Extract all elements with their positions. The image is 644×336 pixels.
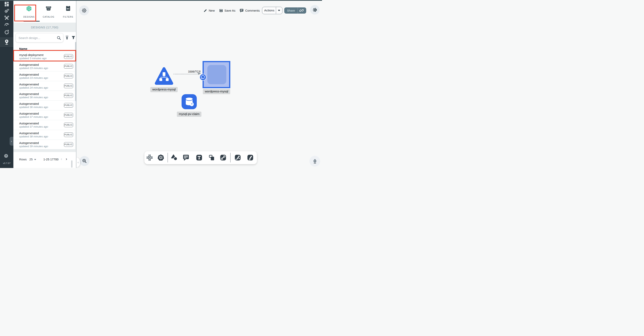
visibility-badge: PUBLIC — [64, 123, 73, 127]
copy-link-icon[interactable] — [300, 9, 304, 13]
next-page-button[interactable]: › — [66, 156, 67, 161]
panel-header: DESIGNS (17,700) — [14, 23, 76, 32]
design-row[interactable]: mysql-deploymentupdated 3 minutes agoPUB… — [14, 52, 75, 62]
comment-tool-icon[interactable] — [182, 154, 190, 161]
design-row[interactable]: Autogeneratedupdated 23 minutes agoPUBLI… — [14, 71, 75, 81]
actions-label: Actions — [262, 7, 276, 14]
note-tool-icon[interactable] — [208, 154, 215, 161]
chevron-left-icon: ‹ — [78, 160, 79, 164]
meshery-logo-icon — [26, 6, 32, 12]
save-as-button[interactable]: Save As — [224, 9, 235, 12]
sidebar-expand-handle[interactable]: › — [10, 137, 14, 146]
footer-scrollbar-thumb[interactable] — [71, 160, 72, 167]
pen-nib-icon — [312, 158, 318, 164]
rows-label: Rows — [19, 157, 27, 161]
gear-icon — [312, 8, 318, 13]
ink-pen-button[interactable] — [310, 156, 320, 166]
pen-tool-icon[interactable] — [234, 154, 241, 161]
design-row[interactable]: Autogeneratedupdated 24 minutes agoPUBLI… — [14, 81, 75, 91]
visibility-badge: PUBLIC — [64, 93, 73, 98]
text-tool-icon[interactable] — [196, 154, 203, 161]
share-label: Share — [284, 8, 298, 14]
pagination-range: 1-25 17700 — [43, 157, 58, 161]
design-list: mysql-deploymentupdated 3 minutes agoPUB… — [14, 52, 75, 149]
visibility-badge: PUBLIC — [64, 113, 73, 117]
component-chip-icon[interactable] — [146, 154, 153, 161]
visibility-badge: PUBLIC — [64, 64, 73, 69]
new-button[interactable]: New — [209, 9, 215, 12]
pvc-node-label[interactable]: mysql-pv-claim — [177, 112, 201, 117]
dashboard-icon[interactable] — [4, 2, 10, 7]
visibility-badge: PUBLIC — [64, 132, 73, 137]
chevron-right-icon: › — [11, 139, 12, 143]
deployment-node-label[interactable]: wordpress-mysql — [150, 87, 178, 92]
filter-icon[interactable] — [71, 35, 76, 40]
designs-drawer: DESIGNS CATALOG WA FILTERS DESIGNS (17,7… — [14, 1, 76, 168]
actions-button[interactable]: Actions — [262, 7, 282, 14]
service-node-inner — [207, 65, 226, 84]
kubernetes-icon[interactable] — [157, 154, 164, 161]
relationship-link-icon[interactable] — [220, 154, 227, 161]
deployment-node[interactable] — [154, 67, 174, 85]
footer-divider — [14, 168, 76, 168]
zoom-button[interactable] — [80, 156, 90, 166]
settings-button[interactable] — [310, 5, 320, 15]
pvc-question-badge: ? — [190, 102, 194, 106]
design-row[interactable]: Autogeneratedupdated 39 minutes agoPUBLI… — [14, 140, 75, 150]
visibility-badge: PUBLIC — [64, 74, 73, 78]
pagination-footer: Rows 25 1-25 17700 ‹ › — [14, 152, 76, 168]
toolbox-icon[interactable] — [4, 15, 10, 21]
comments-button[interactable]: Comments — [245, 9, 260, 12]
dock-divider — [230, 153, 230, 162]
pencil-draw-icon[interactable] — [247, 154, 254, 161]
dock-divider — [168, 153, 168, 162]
mesh-icon[interactable] — [4, 29, 10, 35]
mesh-hub-icon — [82, 8, 87, 13]
tool-dock — [144, 151, 257, 164]
edge-wordpress-to-service[interactable] — [174, 74, 200, 74]
top-strip — [0, 0, 322, 1]
version-label: v0.7.67 — [0, 162, 14, 164]
zoom-in-magnifier-icon — [82, 158, 87, 163]
settings-gears-icon[interactable] — [4, 8, 10, 14]
help-icon[interactable]: ? — [4, 154, 8, 158]
design-row[interactable]: Autogeneratedupdated 36 minutes agoPUBLI… — [14, 101, 75, 110]
new-pencil-icon[interactable] — [204, 9, 207, 13]
tab-catalog[interactable]: CATALOG — [39, 3, 58, 23]
tab-filters[interactable]: WA FILTERS — [58, 3, 78, 23]
design-row[interactable]: Autogeneratedupdated 37 minutes agoPUBLI… — [14, 110, 75, 120]
kanvas-pin-icon[interactable] — [4, 39, 10, 45]
search-input[interactable] — [18, 33, 56, 42]
performance-gauge-icon[interactable] — [4, 22, 10, 27]
tab-designs-label: DESIGNS — [20, 16, 38, 18]
upload-icon[interactable] — [65, 35, 69, 40]
design-row[interactable]: Autogeneratedupdated 38 minutes agoPUBLI… — [14, 130, 75, 140]
shapes-icon[interactable] — [171, 154, 178, 161]
rows-per-page-select[interactable]: 25 — [29, 157, 33, 161]
service-node-selected[interactable] — [202, 61, 230, 88]
sidebar: › ? v0.7.67 — [0, 0, 14, 168]
drawer-collapse-handle[interactable]: ‹ — [76, 157, 80, 167]
svg-text:WA: WA — [67, 8, 70, 10]
list-scrollbar-thumb[interactable] — [75, 42, 76, 101]
tab-designs[interactable]: DESIGNS — [20, 3, 38, 23]
share-button[interactable]: Share — [284, 8, 306, 14]
actions-dropdown-caret-icon[interactable] — [278, 10, 280, 11]
service-node-label[interactable]: wordpress-mysql — [203, 89, 230, 94]
edge-port-label: 3306/TCP — [188, 70, 200, 73]
design-row[interactable]: Autogeneratedupdated 36 minutes agoPUBLI… — [14, 91, 75, 101]
comments-icon[interactable] — [240, 9, 244, 13]
visibility-badge: PUBLIC — [64, 142, 73, 147]
sidebar-divider — [0, 46, 14, 47]
rows-per-page-caret-icon[interactable] — [34, 159, 36, 160]
visibility-badge: PUBLIC — [64, 54, 73, 59]
service-port-badge[interactable] — [200, 74, 206, 81]
design-row[interactable]: Autogeneratedupdated 37 minutes agoPUBLI… — [14, 120, 75, 130]
pvc-node[interactable] — [182, 94, 197, 109]
search-icon[interactable] — [56, 36, 61, 40]
save-icon[interactable] — [219, 9, 223, 13]
mesh-hub-button[interactable] — [79, 6, 89, 16]
prev-page-button[interactable]: ‹ — [61, 156, 62, 161]
design-row[interactable]: Autogeneratedupdated 23 minutes agoPUBLI… — [14, 62, 75, 71]
catalog-archive-icon — [46, 6, 52, 12]
